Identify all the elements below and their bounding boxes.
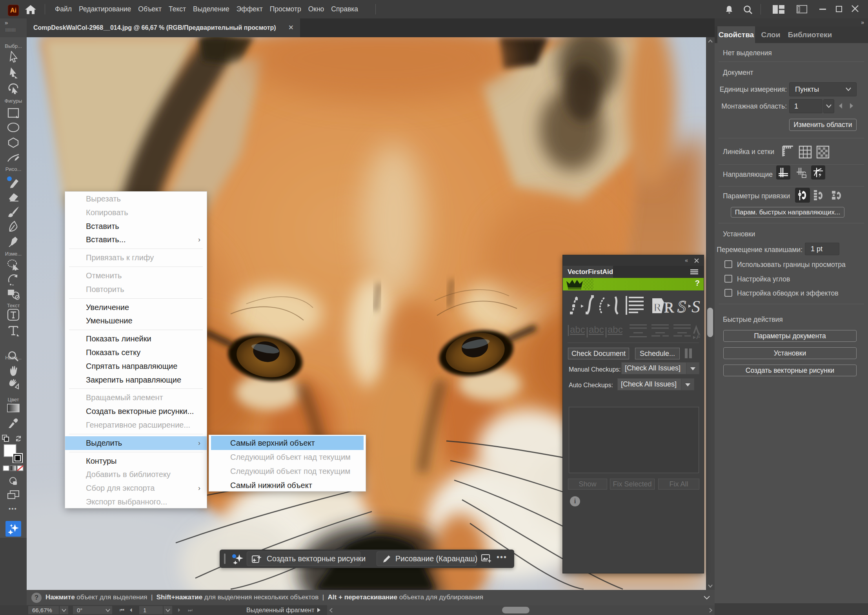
svg-text:S: S (677, 297, 686, 316)
svg-text:abc: abc (570, 324, 585, 335)
svg-text:abc: abc (608, 324, 623, 335)
svg-text:S: S (691, 297, 700, 316)
svg-text:R: R (664, 299, 674, 316)
svg-text:abc: abc (589, 324, 604, 335)
svg-text:A: A (696, 331, 700, 340)
svg-text:R: R (653, 301, 661, 314)
